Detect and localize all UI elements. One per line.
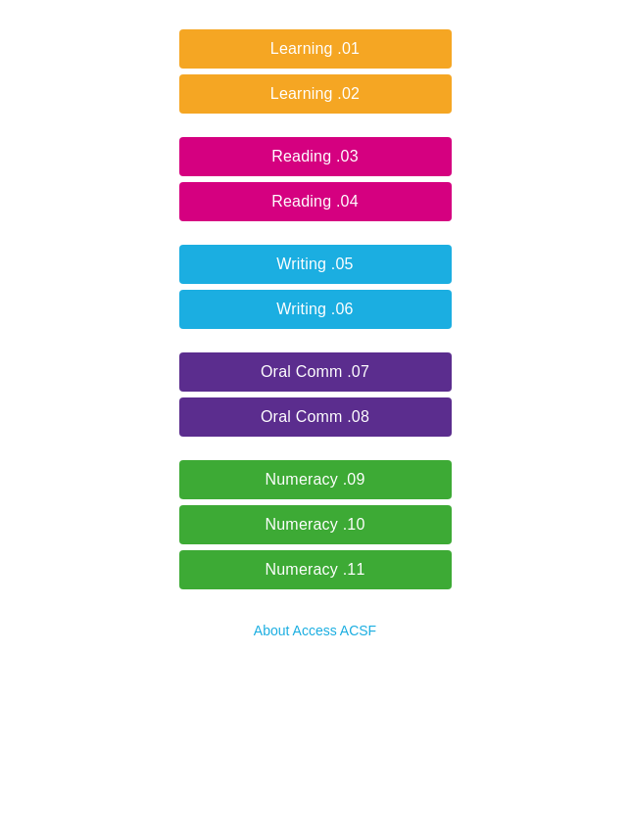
writing-group: Writing .05 Writing .06 (0, 245, 630, 329)
learning-02-button[interactable]: Learning .02 (179, 74, 452, 114)
writing-05-button[interactable]: Writing .05 (179, 245, 452, 284)
numeracy-group: Numeracy .09 Numeracy .10 Numeracy .11 (0, 460, 630, 589)
writing-06-button[interactable]: Writing .06 (179, 290, 452, 329)
main-container: Learning .01 Learning .02 Reading .03 Re… (0, 29, 630, 638)
numeracy-11-button[interactable]: Numeracy .11 (179, 550, 452, 589)
numeracy-10-button[interactable]: Numeracy .10 (179, 505, 452, 544)
learning-01-button[interactable]: Learning .01 (179, 29, 452, 69)
oral-comm-08-button[interactable]: Oral Comm .08 (179, 397, 452, 437)
numeracy-09-button[interactable]: Numeracy .09 (179, 460, 452, 499)
oral-comm-07-button[interactable]: Oral Comm .07 (179, 352, 452, 392)
reading-04-button[interactable]: Reading .04 (179, 182, 452, 221)
learning-group: Learning .01 Learning .02 (0, 29, 630, 114)
oral-comm-group: Oral Comm .07 Oral Comm .08 (0, 352, 630, 437)
reading-group: Reading .03 Reading .04 (0, 137, 630, 221)
reading-03-button[interactable]: Reading .03 (179, 137, 452, 176)
about-access-acsf-link[interactable]: About Access ACSF (254, 623, 376, 638)
